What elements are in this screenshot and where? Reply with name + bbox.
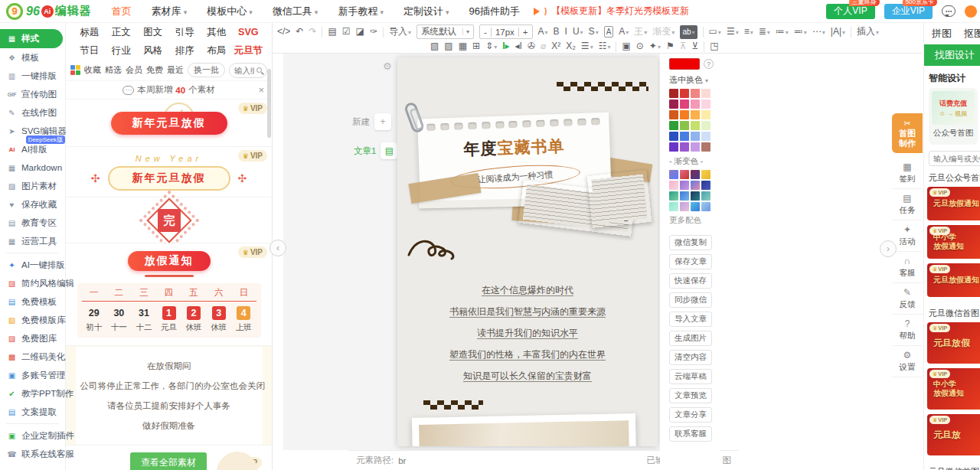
sidebar-item-education[interactable]: ▤教育专区 (0, 214, 65, 232)
cover-thumbnail[interactable]: ♛VIP 元旦放假 (927, 322, 980, 364)
color-swatch[interactable] (701, 89, 710, 98)
tab-industry[interactable]: 行业 (106, 44, 138, 57)
tab-festival[interactable]: 节日 (74, 44, 106, 57)
sidebar-item-ai-one-click[interactable]: ✦AI一键排版 (0, 256, 65, 274)
text-border-icon[interactable]: A (604, 26, 614, 38)
unlink-icon[interactable]: ⌀ (541, 40, 546, 53)
article-1-tab[interactable]: 文章1 ▤ (354, 142, 397, 159)
gradient-swatch[interactable] (691, 202, 700, 211)
view-all-materials-button[interactable]: 查看全部素材 (130, 452, 207, 470)
sidebar-item-template[interactable]: ❖模板 (0, 48, 65, 67)
gradient-swatch[interactable] (691, 181, 700, 190)
help-icon[interactable]: ? (704, 59, 714, 69)
strip-service[interactable]: ∩客服 (892, 252, 923, 283)
cover-maker-tab[interactable]: ✂首图制作 (892, 113, 923, 153)
text-direction-icon[interactable]: I▸ (502, 40, 509, 53)
material-categories-icon[interactable] (70, 65, 80, 75)
sidebar-item-gif[interactable]: GIF宣传动图 (0, 85, 65, 103)
cover-thumbnail[interactable]: ♛VIP 元旦放2 (927, 414, 980, 455)
fullscreen-icon[interactable]: ◳ (710, 40, 718, 53)
notification-icon[interactable] (965, 5, 977, 18)
filter-member[interactable]: 会员 (126, 64, 142, 76)
action-cloud-draft[interactable]: 云端草稿 (669, 369, 712, 384)
color-swatch[interactable] (691, 142, 700, 152)
move-down-icon[interactable]: ⊻ (691, 40, 698, 53)
color-swatch[interactable] (701, 132, 710, 141)
color-swatch[interactable] (701, 100, 710, 109)
spacing-icon[interactable]: ⇕ (485, 40, 497, 54)
cover-thumbnail[interactable]: ♛VIP 中小学 放假通知 (927, 368, 980, 410)
image-gallery-icon[interactable]: ▨ (444, 40, 452, 53)
nav-home[interactable]: 首页 (112, 5, 132, 18)
action-import-article[interactable]: 导入文章 (669, 312, 712, 327)
template-search-input[interactable] (234, 66, 254, 75)
anchor-icon[interactable]: ⚑ (666, 40, 675, 53)
action-article-share[interactable]: 文章分享 (669, 407, 712, 423)
redo-icon[interactable]: ↷ (309, 25, 316, 38)
sidebar-item-markdown[interactable]: ▦Markdown (0, 158, 65, 177)
sidebar-item-simple-editor[interactable]: ▨简约风格编辑 (0, 274, 65, 292)
nav-custom-design[interactable]: 定制设计 (403, 5, 449, 18)
template-panel-scrollbar[interactable] (267, 69, 271, 138)
color-swatch[interactable] (680, 121, 689, 130)
find-replace-icon[interactable]: ⊙ (636, 40, 644, 53)
color-swatch[interactable] (701, 121, 710, 130)
new-article-tab[interactable]: 新建 + (352, 113, 391, 130)
paragraph-space-icon[interactable]: ≔ (776, 25, 789, 39)
action-sync-wechat[interactable]: 同步微信 (669, 292, 712, 308)
color-swatch[interactable] (669, 132, 678, 141)
action-save-article[interactable]: 保存文章 (669, 254, 712, 269)
underline-icon[interactable]: U (573, 25, 583, 39)
feedback-chat-icon[interactable]: ⋯ (942, 5, 956, 17)
announcement-text[interactable]: 【模板更新】冬季灯光秀模板更新 (551, 5, 689, 18)
action-contact-service[interactable]: 联系客服 (669, 426, 712, 442)
sidebar-item-enterprise-plugin[interactable]: ▣企业定制插件 (0, 426, 65, 445)
gradient-swatch[interactable] (691, 191, 700, 201)
nav-plugin-assistant[interactable]: 96插件助手 (469, 5, 519, 18)
template-card-holiday-notice-calendar[interactable]: ♛VIP 放假通知 一 二 三 四 五 六 日 29 30 31 1 2 3 4 (66, 243, 272, 346)
template-card-holiday-text[interactable]: 在放假期间 公司将停止正常工作，各部门的办公室也会关闭 请各位员工提前安排好个人… (66, 346, 272, 446)
template-card-knot[interactable]: 完 (66, 197, 272, 243)
gradient-swatch[interactable] (680, 181, 689, 190)
filter-favorite[interactable]: 收藏 (84, 64, 101, 76)
color-swatch[interactable] (669, 121, 678, 130)
action-clear-content[interactable]: 清空内容 (669, 350, 712, 365)
cover-thumbnail[interactable]: ♛VIP 元旦放假通知2 (927, 187, 980, 220)
sidebar-item-qrcode[interactable]: ▩二维码美化 (0, 348, 65, 366)
collapse-left-panel-button[interactable]: ‹ (270, 240, 286, 256)
color-swatch[interactable] (680, 110, 689, 119)
undo-icon[interactable]: ↶ (296, 25, 303, 38)
gradient-swatch[interactable] (701, 181, 710, 190)
article-canvas[interactable]: 年度宝藏书单 让阅读成为一种习惯 在这个信息爆炸的时代 书籍依旧是我们智慧与内涵… (397, 57, 658, 446)
refresh-batch-button[interactable]: 换一批 (188, 63, 225, 77)
gradient-swatch[interactable] (691, 170, 700, 179)
tab-style[interactable]: 风格 (137, 44, 169, 57)
ai-polish-icon[interactable]: ✦ (649, 40, 661, 54)
unordered-list-icon[interactable]: ☷ (599, 40, 611, 54)
html-source-icon[interactable]: </> (277, 25, 290, 38)
tab-body[interactable]: 正文 (106, 26, 138, 39)
sidebar-item-ai-layout[interactable]: DeepSeek版AIAI排版 (0, 140, 65, 158)
gradient-swatch[interactable] (680, 170, 689, 179)
color-swatch[interactable] (691, 110, 700, 119)
strikethrough-icon[interactable]: S (589, 25, 599, 39)
align-center-icon[interactable]: ≡ (744, 25, 753, 39)
clear-format-icon[interactable]: ◪ (356, 25, 364, 38)
tab-new-year[interactable]: 元旦节 (233, 44, 265, 57)
sidebar-item-favorites[interactable]: ♥保存收藏 (0, 195, 65, 214)
tab-guide[interactable]: 引导 (169, 26, 201, 39)
color-swatch[interactable] (680, 142, 689, 152)
filter-free[interactable]: 免费 (146, 64, 163, 76)
superscript-icon[interactable]: X² (551, 40, 560, 53)
insert-dropdown[interactable]: 插入 (857, 25, 879, 39)
paste-icon[interactable]: ▣ (622, 40, 630, 53)
tab-svg[interactable]: SVG (233, 27, 265, 38)
color-swatch[interactable] (691, 89, 700, 98)
sidebar-item-ppt[interactable]: ✔教学PPT制作 (0, 384, 65, 403)
indent-icon[interactable]: ≕ (794, 25, 807, 39)
template-card-newyear-gold[interactable]: ♛VIP New Year ✣ 新年元旦放假 ✣ (66, 147, 272, 197)
gradient-swatch[interactable] (680, 191, 689, 201)
notice-close-icon[interactable]: × (258, 84, 264, 96)
format-brush-icon[interactable]: ✑ (370, 25, 377, 38)
color-swatch[interactable] (701, 110, 710, 119)
